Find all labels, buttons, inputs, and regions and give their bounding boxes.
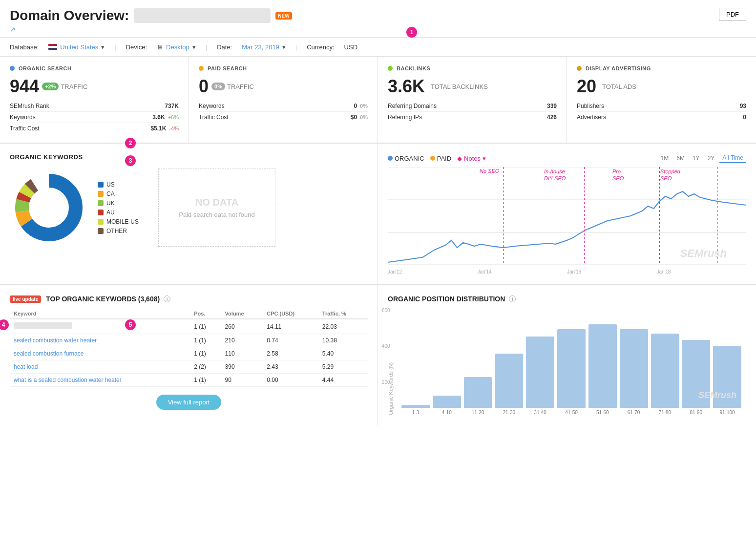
keywords-title: TOP ORGANIC KEYWORDS (3,608) i	[46, 295, 170, 303]
keywords-table-body: 1 (1)26014.1122.03sealed combustion wate…	[10, 319, 368, 387]
legend-color	[98, 200, 104, 206]
bar-col: 51-60	[588, 324, 617, 415]
legend-item: US	[98, 181, 139, 188]
x-label-jan18: Jan'18	[657, 269, 671, 274]
col-keyword: Keyword	[10, 309, 190, 319]
y-200: 200	[382, 379, 390, 385]
y-400: 400	[382, 343, 390, 349]
paid-search-panel: PAID SEARCH 0 0% TRAFFIC Keywords 0 0% T…	[189, 57, 378, 143]
legend-item: AU	[98, 209, 139, 216]
organic-chart-panel: ORGANIC PAID ◆ Notes ▾ 1M6M1Y2YAll Time	[378, 144, 756, 284]
backlinks-label: BACKLINKS	[397, 65, 430, 71]
legend-color	[98, 228, 104, 234]
traffic-cost-change: -4%	[169, 126, 179, 131]
flag-icon	[48, 44, 57, 50]
backlinks-total: 3.6K	[388, 76, 425, 97]
paid-keywords-value: 0	[354, 103, 357, 109]
referring-domains-value: 339	[547, 103, 557, 109]
paid-label: PAID SEARCH	[208, 65, 247, 71]
bar	[495, 354, 523, 408]
legend-color	[98, 210, 104, 215]
chevron-icon3: ▾	[282, 43, 286, 51]
cell-volume: 90	[221, 374, 263, 387]
step1-badge: 1	[406, 27, 417, 38]
referring-domains-label: Referring Domains	[388, 103, 437, 109]
organic-traffic-badge: +2%	[42, 83, 59, 90]
device-label: Device:	[126, 43, 147, 51]
table-row: sealed combustion furnace1 (1)1102.585.4…	[10, 347, 368, 360]
monitor-icon: 🖥	[157, 43, 163, 51]
country-link[interactable]: United States	[60, 43, 98, 51]
cell-volume: 210	[221, 334, 263, 347]
view-full-button[interactable]: View full report	[156, 395, 222, 410]
organic-dot	[10, 66, 15, 71]
organic-search-panel: ORGANIC SEARCH 944 +2% TRAFFIC SEMrush R…	[0, 57, 189, 143]
distribution-info-icon: i	[509, 295, 516, 302]
watermark: SEMrush	[680, 247, 727, 260]
step3-badge: 3	[125, 155, 136, 166]
chart-controls: ORGANIC PAID ◆ Notes ▾ 1M6M1Y2YAll Time	[388, 153, 746, 163]
table-row: heat load2 (2)3902.435.29	[10, 360, 368, 374]
no-data-sub: Paid search data not found	[179, 211, 254, 218]
device-link[interactable]: Desktop	[166, 43, 189, 51]
time-button[interactable]: 2Y	[705, 153, 718, 163]
chevron-icon: ▾	[101, 43, 105, 51]
metrics-row: ORGANIC SEARCH 944 +2% TRAFFIC SEMrush R…	[0, 57, 756, 144]
database-selector[interactable]: United States ▾	[48, 43, 105, 51]
table-row: what is a sealed combustion water heater…	[10, 374, 368, 387]
bar-col: 4-10	[433, 396, 461, 415]
organic-stats: SEMrush Rank 737K Keywords 3.6K +6% Traf…	[10, 101, 179, 134]
keyword-link[interactable]: sealed combustion water heater	[14, 337, 97, 344]
traffic-cost-value: $5.1K	[150, 125, 166, 132]
keyword-link[interactable]: heat load	[14, 363, 38, 370]
keyword-link[interactable]: sealed combustion furnace	[14, 350, 84, 357]
keyword-link[interactable]: what is a sealed combustion water heater	[14, 377, 122, 383]
time-button[interactable]: All Time	[719, 153, 746, 163]
x-axis-labels: Jan'12 Jan'14 Jan'16 Jan'18	[388, 267, 746, 274]
legend-color	[98, 219, 104, 225]
organic-traffic-number: 944	[10, 76, 39, 97]
annotation-stopped-seo: StoppedSEO	[660, 168, 680, 182]
external-link-icon[interactable]: ↗	[10, 25, 16, 33]
display-total-label: TOTAL ADS	[602, 83, 636, 90]
distribution-chart: 600 400 200 1-34-1011-2021-3031-4041-505…	[397, 308, 746, 415]
x-label-jan14: Jan'14	[478, 269, 492, 274]
bar	[557, 329, 586, 408]
date-label: Date:	[217, 43, 232, 51]
legend-color	[98, 191, 104, 197]
semrush-rank-label: SEMrush Rank	[10, 103, 49, 109]
backlinks-stats: Referring Domains 339 Referring IPs 426	[388, 101, 557, 123]
display-panel: DISPLAY ADVERTISING 20 TOTAL ADS Publish…	[567, 57, 756, 143]
paid-cost-pct: 0%	[360, 114, 368, 120]
bar	[401, 405, 430, 408]
step4-badge: 4	[0, 319, 9, 330]
paid-cost-label: Traffic Cost	[199, 114, 229, 121]
date-link[interactable]: Mar 23, 2019	[242, 43, 279, 51]
distribution-panel: ORGANIC POSITION DISTRIBUTION i Organic …	[378, 285, 756, 425]
advertisers-label: Advertisers	[577, 114, 606, 121]
bar-axis-label: 31-40	[534, 410, 546, 415]
cell-volume: 390	[221, 360, 263, 374]
bar	[651, 334, 679, 408]
keywords-value: 3.6K	[152, 114, 165, 121]
cell-traffic: 22.03	[318, 319, 368, 334]
bottom-area: live update TOP ORGANIC KEYWORDS (3,608)…	[0, 285, 756, 425]
bar-col: 91-100	[713, 346, 741, 415]
no-data-box: NO DATA Paid search data not found	[158, 169, 275, 247]
bar-col: 81-90	[682, 340, 710, 415]
time-button[interactable]: 1M	[658, 153, 672, 163]
date-selector[interactable]: Mar 23, 2019 ▾	[242, 43, 286, 51]
page-title: Domain Overview: NEW	[10, 8, 292, 23]
keywords-header: live update TOP ORGANIC KEYWORDS (3,608)…	[10, 295, 368, 303]
time-buttons: 1M6M1Y2YAll Time	[658, 153, 746, 163]
pdf-button[interactable]: PDF	[719, 8, 746, 21]
organic-trend-chart: 2.0K 1.0K No SEO In-houseDIY SEO ProSEO …	[388, 167, 746, 274]
time-button[interactable]: 1Y	[690, 153, 703, 163]
cell-volume: 260	[221, 319, 263, 334]
donut-chart	[10, 169, 88, 247]
bar-axis-label: 11-20	[472, 410, 484, 415]
referring-ips-label: Referring IPs	[388, 114, 422, 121]
paid-dot	[199, 66, 204, 71]
time-button[interactable]: 6M	[673, 153, 688, 163]
device-selector[interactable]: 🖥 Desktop ▾	[157, 43, 196, 51]
